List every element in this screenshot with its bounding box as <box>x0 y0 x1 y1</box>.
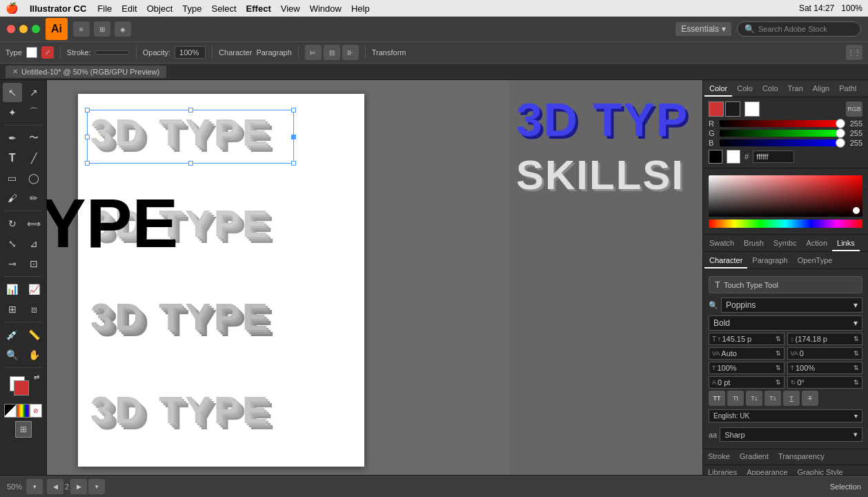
stroke-color-box[interactable] <box>14 380 29 396</box>
handle-bm[interactable] <box>188 161 193 166</box>
handle-mr[interactable] <box>291 135 296 139</box>
leading-input[interactable]: ↕ (174.18 p ⇅ <box>787 333 863 345</box>
tab-links[interactable]: Links <box>832 236 860 251</box>
line-tool[interactable]: ╱ <box>24 148 43 168</box>
transform-label[interactable]: Transform <box>372 48 406 57</box>
kerning-stepper[interactable]: ⇅ <box>776 350 781 357</box>
r-slider[interactable] <box>720 120 840 127</box>
rgb-icon[interactable]: RGB <box>846 101 862 117</box>
handle-br[interactable] <box>291 161 296 166</box>
b-handle[interactable] <box>836 138 845 148</box>
tracking-input[interactable]: VA 0 ⇅ <box>787 347 863 360</box>
tab-symbol[interactable]: Symbc <box>769 236 802 251</box>
measure-tool[interactable]: 📏 <box>24 325 43 344</box>
direct-selection-tool[interactable]: ↗ <box>24 83 43 102</box>
menu-help[interactable]: Help <box>351 3 370 14</box>
type-text-1[interactable]: 3D TYPE <box>90 113 270 152</box>
eyedropper-tool[interactable]: 💉 <box>3 325 22 344</box>
tab-paragraph[interactable]: Paragraph <box>747 253 792 269</box>
none-icon[interactable]: ⊘ <box>30 404 42 418</box>
tracking-stepper[interactable]: ⇅ <box>854 350 859 357</box>
paintbrush-tool[interactable]: 🖌 <box>3 188 22 208</box>
small-caps-btn[interactable]: Tt <box>727 391 744 406</box>
handle-ml[interactable] <box>85 135 90 139</box>
tab-action[interactable]: Action <box>801 236 832 251</box>
black-swatch[interactable] <box>709 150 722 164</box>
lasso-tool[interactable]: ⌒ <box>24 103 43 122</box>
opacity-input[interactable]: 100% <box>175 46 206 59</box>
rotation-input[interactable]: ↻ 0° ⇅ <box>787 376 863 389</box>
fullscreen-button[interactable] <box>32 25 40 33</box>
size-stepper-icon[interactable]: ⇅ <box>776 335 781 342</box>
type-text-3[interactable]: 3D TYPE <box>90 298 270 336</box>
type-text-4[interactable]: 3D TYPE <box>90 391 270 429</box>
artboard[interactable]: 3D TYPE 3D TYPE 3D TYPE 3D TYPE <box>78 94 364 467</box>
strikethrough-btn[interactable]: T <box>802 391 818 406</box>
h-scale-input[interactable]: T 100% ⇅ <box>709 362 785 374</box>
slice-tool[interactable]: ⧇ <box>24 300 43 319</box>
tab-transparency-bottom[interactable]: Transparency <box>773 449 829 465</box>
hex-input[interactable] <box>753 150 794 163</box>
font-size-input[interactable]: T T 145.15 p ⇅ <box>709 333 785 345</box>
graph-tool[interactable]: 📊 <box>3 280 22 299</box>
paragraph-label[interactable]: Paragraph <box>256 48 291 57</box>
rotation-stepper[interactable]: ⇅ <box>854 379 859 386</box>
tab-graphic-style[interactable]: Graphic Style <box>793 465 848 475</box>
touch-type-btn[interactable]: T Touch Type Tool <box>709 276 862 293</box>
menu-effect[interactable]: Effect <box>246 3 271 14</box>
close-button[interactable] <box>7 25 15 33</box>
tab-pathfinder[interactable]: Pathl <box>834 81 861 97</box>
antialias-dropdown[interactable]: Sharp ▾ <box>720 427 862 442</box>
hue-slider[interactable] <box>709 220 862 228</box>
subscript-btn[interactable]: T1 <box>765 391 781 406</box>
character-label[interactable]: Character <box>219 48 252 57</box>
tab-transparency[interactable]: Tran <box>783 81 808 97</box>
font-style-dropdown[interactable]: Bold ▾ <box>709 315 862 331</box>
zoom-dropdown[interactable]: ▾ <box>26 479 43 494</box>
language-dropdown[interactable]: English: UK ▾ <box>709 409 862 422</box>
menu-object[interactable]: Object <box>147 3 173 14</box>
tab-align[interactable]: Align <box>808 81 834 97</box>
scale-tool[interactable]: ⤡ <box>3 234 22 253</box>
document-tab[interactable]: ✕ Untitled-10* @ 50% (RGB/GPU Preview) <box>6 66 166 78</box>
bar-graph-tool[interactable]: 📈 <box>24 280 43 299</box>
tab-stroke[interactable]: Stroke <box>703 449 735 465</box>
background-color-swatch[interactable] <box>725 101 740 117</box>
baseline-stepper[interactable]: ⇅ <box>776 379 781 386</box>
none-color-icon[interactable] <box>4 404 17 418</box>
shear-tool[interactable]: ⊿ <box>24 234 43 253</box>
align-right-icon[interactable]: ⊪ <box>342 45 359 60</box>
r-handle[interactable] <box>836 119 845 128</box>
tab-color-2[interactable]: Colo <box>732 81 758 97</box>
zoom-tool[interactable]: 🔍 <box>3 345 22 364</box>
color-picker-gradient[interactable] <box>709 175 862 217</box>
all-caps-btn[interactable]: TT <box>709 391 725 406</box>
tab-swatch[interactable]: Swatch <box>704 236 739 251</box>
handle-tr[interactable] <box>291 108 296 113</box>
layout-icon[interactable]: ⊞ <box>94 21 110 37</box>
align-center-icon[interactable]: ⊟ <box>324 45 340 60</box>
type-tool[interactable]: T <box>3 148 22 168</box>
tab-opentype[interactable]: OpenType <box>793 253 838 269</box>
tab-character[interactable]: Character <box>704 253 747 269</box>
essentials-button[interactable]: Essentials ▾ <box>675 22 731 36</box>
align-left-icon[interactable]: ⊨ <box>305 45 322 60</box>
magic-wand-tool[interactable]: ✦ <box>3 103 22 122</box>
artboard-dropdown[interactable]: ▾ <box>88 479 105 494</box>
tab-appearance-bottom[interactable]: Appearance <box>742 465 792 475</box>
kerning-input[interactable]: VA Auto ⇅ <box>709 347 785 360</box>
menu-window[interactable]: Window <box>310 3 342 14</box>
tab-libraries[interactable]: Libraries <box>703 465 742 475</box>
pen-tool[interactable]: ✒ <box>3 128 22 148</box>
baseline-shift-input[interactable]: A 0 pt ⇅ <box>709 376 785 389</box>
vscale-stepper[interactable]: ⇅ <box>854 364 859 371</box>
pencil-tool[interactable]: ✏ <box>24 188 43 208</box>
tab-color[interactable]: Color <box>704 81 732 97</box>
artboard-tool[interactable]: ⊞ <box>3 300 22 319</box>
menu-view[interactable]: View <box>281 3 300 14</box>
color-preview-swatch[interactable] <box>744 101 760 117</box>
width-tool[interactable]: ⊸ <box>3 254 22 273</box>
menu-file[interactable]: File <box>97 3 112 14</box>
artboard-small-icon[interactable]: ⊞ <box>15 421 32 438</box>
rectangle-tool[interactable]: ▭ <box>3 168 22 188</box>
